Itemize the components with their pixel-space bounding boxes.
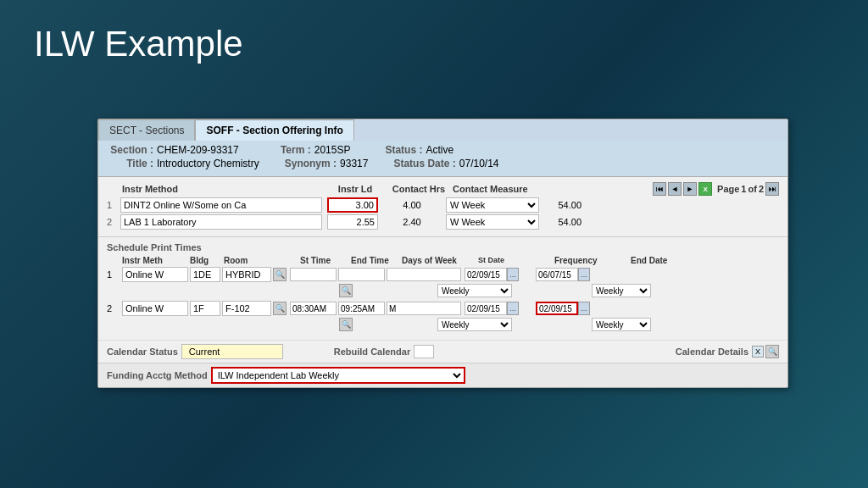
sched-freq-select-1[interactable]: Weekly	[437, 284, 512, 297]
status-date-label: Status Date :	[393, 158, 455, 169]
sh-room: Room	[224, 256, 283, 265]
tab-soff[interactable]: SOFF - Section Offering Info	[195, 119, 353, 141]
sched-row-freq-1: 🔍 Weekly Weekly	[122, 284, 779, 297]
sh-st-date: St Date	[478, 256, 554, 265]
section-value: CHEM-209-93317	[157, 144, 239, 156]
sched-days-1[interactable]	[387, 268, 461, 281]
col-instr-ld: Instr Ld	[326, 184, 385, 194]
page-last-btn[interactable]: ⏭	[765, 182, 779, 196]
info-header: Section : CHEM-209-93317 Term : 2015SP S…	[98, 141, 787, 177]
funding-label: Funding Acctg Method	[107, 370, 208, 380]
sched-stdate-cal-2[interactable]: …	[507, 302, 519, 315]
cal-details-label: Calendar Details	[676, 347, 748, 357]
cal-details-search-btn[interactable]: 🔍	[765, 345, 779, 358]
cal-status-label: Calendar Status	[107, 347, 178, 357]
sched-enddate-cal-1[interactable]: …	[578, 268, 590, 281]
title-label: Title :	[107, 158, 153, 169]
instr-ld-field-2[interactable]	[327, 214, 378, 230]
sched-additional-btn-2[interactable]: 🔍	[339, 318, 353, 331]
funding-select[interactable]: ILW Independent Lab Weekly	[211, 367, 465, 384]
sched-bldg-2[interactable]	[190, 301, 220, 316]
funding-row: Funding Acctg Method ILW Independent Lab…	[98, 363, 787, 387]
sched-enddate-2[interactable]	[536, 302, 578, 315]
sched-row: 1 🔍 … …	[107, 267, 779, 282]
sched-stdate-cal-1[interactable]: …	[507, 268, 519, 281]
excel-export-btn[interactable]: X	[698, 182, 712, 196]
sched-bldg-1[interactable]	[190, 267, 220, 282]
sh-frequency: Frequency	[554, 256, 631, 265]
schedule-section: Schedule Print Times Instr Meth Bldg Roo…	[98, 237, 787, 340]
synonym-value: 93317	[340, 158, 368, 169]
col-instr-method: Instr Method	[122, 184, 326, 194]
sched-search-btn-2[interactable]: 🔍	[273, 302, 287, 315]
term-label: Term :	[264, 144, 311, 156]
calendar-row: Calendar Status Rebuild Calendar Calenda…	[98, 340, 787, 363]
sched-additional-btn-1[interactable]: 🔍	[339, 284, 353, 297]
cal-x-icon[interactable]: X	[752, 346, 764, 358]
page-current: 1	[741, 184, 746, 194]
sched-room-1[interactable]	[222, 267, 271, 282]
instr-method-field-2[interactable]	[120, 214, 322, 230]
sched-sttime-1[interactable]	[290, 268, 337, 281]
rebuild-label: Rebuild Calendar	[334, 347, 410, 357]
sched-meth-1[interactable]	[122, 267, 188, 282]
total-1: 54.00	[543, 200, 581, 210]
sched-stdate-2[interactable]	[465, 302, 507, 315]
tab-sect[interactable]: SECT - Sections	[98, 119, 195, 141]
contact-hrs-2: 2.40	[378, 217, 446, 227]
sched-row-num-2: 2	[107, 303, 122, 313]
instr-ld-field-1[interactable]	[327, 197, 378, 213]
sched-meth-2[interactable]	[122, 301, 188, 316]
page-prev-btn[interactable]: ◄	[668, 182, 682, 196]
status-date-value: 07/10/14	[459, 158, 499, 169]
sched-freq-end-select-2[interactable]: Weekly	[592, 318, 651, 331]
sched-days-2[interactable]	[387, 302, 461, 315]
page-label: Page	[717, 184, 739, 194]
sched-sttime-2[interactable]	[290, 302, 337, 315]
total-2: 54.00	[543, 217, 581, 227]
sched-endtime-1[interactable]	[338, 268, 385, 281]
pagination: ⏮ ◄ ► X Page 1 of 2 ⏭	[653, 182, 779, 196]
sched-stdate-1[interactable]	[465, 268, 507, 281]
sh-end-date: End Date	[631, 256, 698, 265]
sched-room-2[interactable]	[222, 301, 271, 316]
sched-row-freq-2: 🔍 Weekly Weekly	[122, 318, 779, 331]
page-next-btn[interactable]: ►	[683, 182, 697, 196]
sh-bldg: Bldg	[190, 256, 224, 265]
page-first-btn[interactable]: ⏮	[653, 182, 666, 196]
table-row: 2 2.40 W Week 54.00	[107, 214, 779, 230]
instr-method-field-1[interactable]	[120, 197, 322, 213]
rebuild-checkbox[interactable]	[414, 345, 434, 358]
status-label: Status :	[376, 144, 422, 156]
col-contact-measure: Contact Measure	[453, 184, 554, 194]
contact-measure-select-1[interactable]: W Week	[446, 197, 539, 213]
sh-end-time: End Time	[351, 256, 402, 265]
sched-enddate-1[interactable]	[536, 268, 578, 281]
sched-search-btn-1[interactable]: 🔍	[273, 268, 287, 281]
contact-hrs-1: 4.00	[378, 200, 446, 210]
tabs-bar: SECT - Sections SOFF - Section Offering …	[98, 119, 787, 141]
sh-st-time: St Time	[300, 256, 351, 265]
sched-freq-end-select-1[interactable]: Weekly	[592, 284, 651, 297]
sched-freq-select-2[interactable]: Weekly	[437, 318, 512, 331]
sh-instr-meth: Instr Meth	[122, 256, 190, 265]
page-of: of	[748, 184, 756, 194]
row-num-2: 2	[107, 217, 120, 227]
col-contact-hrs: Contact Hrs	[385, 184, 453, 194]
page-total: 2	[759, 184, 764, 194]
schedule-title: Schedule Print Times	[107, 242, 779, 252]
term-value: 2015SP	[314, 144, 351, 156]
main-container: SECT - Sections SOFF - Section Offering …	[97, 119, 788, 388]
cal-status-value[interactable]	[181, 344, 283, 359]
sh-days: Days of Week	[402, 256, 478, 265]
table-row: 1 4.00 W Week 54.00	[107, 197, 779, 213]
page-title: ILW Example	[0, 0, 868, 78]
contact-measure-select-2[interactable]: W Week	[446, 214, 539, 230]
grid-section: Instr Method Instr Ld Contact Hrs Contac…	[98, 177, 787, 237]
sched-endtime-2[interactable]	[338, 302, 385, 315]
status-value: Active	[426, 144, 453, 156]
sched-row-2: 2 🔍 … …	[107, 301, 779, 316]
section-label: Section :	[107, 144, 153, 156]
sched-enddate-cal-2[interactable]: …	[578, 302, 590, 315]
synonym-label: Synonym :	[285, 158, 337, 169]
